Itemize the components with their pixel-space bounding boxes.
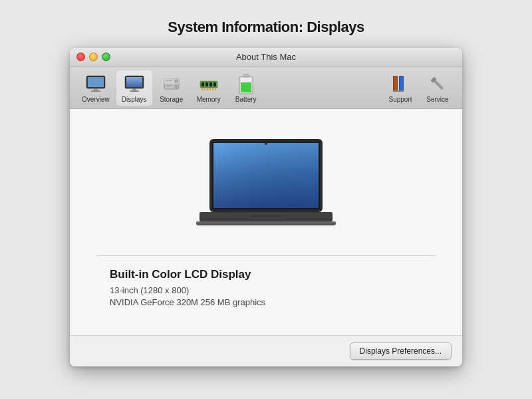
toolbar-label-storage: Storage	[160, 96, 183, 103]
maximize-button[interactable]	[102, 53, 110, 61]
about-this-mac-window: About This Mac Overview	[70, 48, 462, 366]
svg-rect-23	[209, 88, 211, 90]
svg-rect-12	[166, 80, 172, 81]
svg-rect-16	[201, 82, 204, 86]
svg-rect-21	[204, 88, 205, 90]
svg-rect-44	[249, 214, 283, 218]
toolbar-label-service: Service	[426, 96, 448, 103]
svg-rect-34	[393, 90, 404, 92]
toolbar-item-storage[interactable]: Storage	[154, 70, 190, 106]
svg-rect-19	[213, 82, 216, 86]
overview-icon	[85, 73, 106, 94]
display-info: Built-in Color LCD Display 13-inch (1280…	[96, 268, 436, 309]
svg-rect-3	[91, 90, 100, 92]
display-detail-size: 13-inch (1280 x 800)	[110, 285, 436, 295]
svg-rect-33	[400, 76, 403, 91]
toolbar-item-support[interactable]: Support	[382, 70, 418, 106]
svg-rect-1	[88, 77, 104, 87]
toolbar-item-service[interactable]: Service	[420, 70, 456, 106]
svg-rect-7	[132, 88, 136, 90]
displays-icon	[124, 73, 145, 94]
storage-icon	[161, 73, 182, 94]
toolbar-label-support: Support	[388, 96, 412, 103]
toolbar-label-overview: Overview	[82, 96, 110, 103]
svg-rect-2	[94, 88, 98, 90]
svg-point-13	[174, 85, 178, 88]
displays-preferences-button[interactable]: Displays Preferences...	[350, 342, 452, 360]
svg-rect-20	[201, 88, 203, 90]
traffic-lights	[76, 53, 110, 61]
memory-icon	[198, 73, 219, 94]
service-icon	[427, 73, 448, 94]
battery-icon	[235, 73, 257, 94]
toolbar-label-displays: Displays	[122, 96, 147, 103]
titlebar-title: About This Mac	[236, 52, 296, 62]
svg-rect-28	[241, 82, 251, 92]
toolbar-item-battery[interactable]: Battery	[228, 70, 264, 106]
svg-rect-18	[209, 82, 212, 86]
laptop-illustration	[190, 136, 342, 235]
divider	[96, 255, 436, 256]
svg-rect-22	[207, 88, 208, 90]
toolbar-item-memory[interactable]: Memory	[191, 70, 227, 106]
display-name: Built-in Color LCD Display	[110, 268, 436, 281]
display-detail-graphics: NVIDIA GeForce 320M 256 MB graphics	[110, 297, 436, 307]
toolbar-label-memory: Memory	[197, 96, 221, 103]
svg-rect-25	[215, 88, 216, 90]
close-button[interactable]	[76, 53, 85, 61]
svg-rect-40	[213, 143, 319, 208]
svg-rect-29	[241, 78, 251, 82]
svg-rect-17	[205, 82, 208, 86]
svg-rect-24	[212, 88, 213, 90]
toolbar-item-overview[interactable]: Overview	[76, 70, 115, 106]
bottom-bar: Displays Preferences...	[70, 335, 462, 366]
svg-rect-27	[243, 74, 249, 77]
svg-rect-14	[166, 85, 172, 86]
svg-point-11	[174, 80, 178, 83]
svg-rect-46	[196, 221, 336, 223]
toolbar: Overview Disp	[70, 66, 462, 109]
svg-rect-6	[126, 77, 142, 87]
svg-point-41	[265, 142, 267, 145]
support-icon	[390, 73, 411, 94]
svg-rect-8	[130, 90, 139, 92]
svg-rect-31	[394, 76, 397, 91]
toolbar-label-battery: Battery	[235, 96, 257, 103]
toolbar-item-displays[interactable]: Displays	[116, 70, 152, 106]
minimize-button[interactable]	[89, 53, 98, 61]
page-title: System Information: Displays	[168, 19, 364, 36]
content-area: Built-in Color LCD Display 13-inch (1280…	[70, 109, 462, 335]
titlebar: About This Mac	[70, 48, 462, 66]
